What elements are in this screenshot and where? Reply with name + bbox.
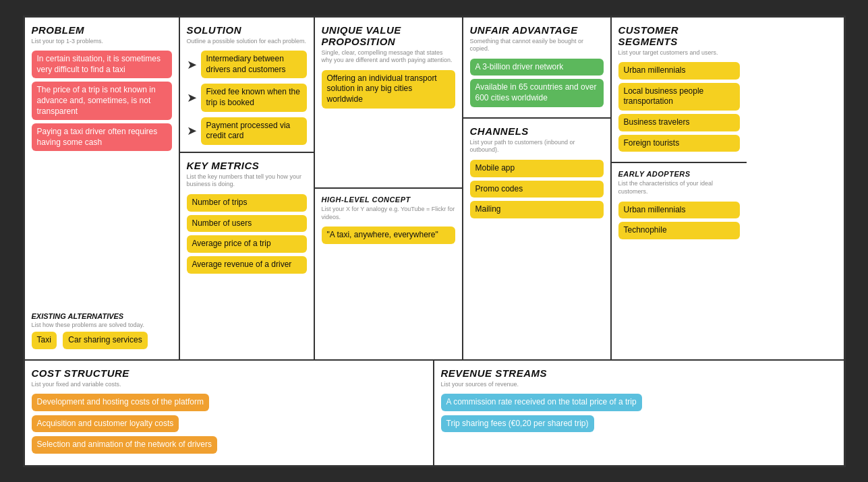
existing-alternatives: EXISTING ALTERNATIVES List how these pro… xyxy=(32,305,172,353)
cost-item-2: Acquisition and customer loyalty costs xyxy=(32,415,179,433)
cs-item-2: Local business people transportation xyxy=(618,83,740,111)
solution-km-column: SOLUTION Outline a possible solution for… xyxy=(180,18,315,359)
problem-title: PROBLEM xyxy=(32,24,172,36)
solution-items: ➤ Intermediary between drivers and custo… xyxy=(187,51,307,145)
cost-structure-title: COST STRUCTURE xyxy=(32,367,426,379)
high-level-text: "A taxi, anywhere, everywhere" xyxy=(322,227,455,244)
unfair-advantage-section: UNFAIR ADVANTAGE Something that cannot e… xyxy=(463,18,610,119)
cost-item-3: Selection and animation of the network o… xyxy=(32,436,217,454)
alt-car-sharing: Car sharing services xyxy=(63,332,147,349)
solution-item-2: Fixed fee known when the trip is booked xyxy=(201,84,307,111)
solution-item-3: Payment processed via credit card xyxy=(201,117,307,145)
arrow-icon-3: ➤ xyxy=(187,123,197,138)
uvp-subtitle: Single, clear, compelling message that s… xyxy=(322,49,455,65)
km-item-3: Average price of a trip xyxy=(187,235,307,253)
channels-section: CHANNELS List your path to customers (in… xyxy=(463,119,610,229)
solution-subtitle: Outline a possible solution for each pro… xyxy=(187,38,307,46)
km-item-2: Number of users xyxy=(187,215,307,233)
uvp-top: UNIQUE VALUE PROPOSITION Single, clear, … xyxy=(315,18,462,189)
ua-channels-section: UNFAIR ADVANTAGE Something that cannot e… xyxy=(463,18,612,359)
key-metrics-section: KEY METRICS List the key numbers that te… xyxy=(180,153,314,284)
cs-title: CUSTOMER SEGMENTS xyxy=(618,24,740,47)
revenue-item-1: A commission rate received on the total … xyxy=(441,394,642,411)
km-item-4: Average revenue of a driver xyxy=(187,256,307,274)
channel-item-3: Mailing xyxy=(470,201,604,218)
problem-section: PROBLEM List your top 1-3 problems. In c… xyxy=(25,18,180,359)
arrow-icon-1: ➤ xyxy=(187,57,197,72)
key-metrics-subtitle: List the key numbers that tell you how y… xyxy=(187,173,307,189)
uvp-section: UNIQUE VALUE PROPOSITION Single, clear, … xyxy=(315,18,463,359)
customer-section: CUSTOMER SEGMENTS List your target custo… xyxy=(612,18,747,359)
uvp-bottom: HIGH-LEVEL CONCEPT List your X for Y ana… xyxy=(315,189,462,359)
arrow-icon-2: ➤ xyxy=(187,90,197,105)
uvp-main-text: Offering an individual transport solutio… xyxy=(322,70,455,109)
problem-subtitle: List your top 1-3 problems. xyxy=(32,38,172,46)
cs-item-1: Urban millennials xyxy=(618,62,740,80)
channels-subtitle: List your path to customers (inbound or … xyxy=(470,139,604,154)
bottom-section: COST STRUCTURE List your fixed and varia… xyxy=(25,361,844,465)
high-level-title: HIGH-LEVEL CONCEPT xyxy=(322,195,455,204)
key-metrics-title: KEY METRICS xyxy=(187,160,307,171)
revenue-title: REVENUE STREAMS xyxy=(441,367,837,379)
alt-taxi: Taxi xyxy=(32,332,57,349)
solution-section: SOLUTION Outline a possible solution for… xyxy=(180,18,314,153)
ua-item-2: Available in 65 countries and over 600 c… xyxy=(470,79,604,107)
km-item-1: Number of trips xyxy=(187,194,307,212)
high-level-subtitle: List your X for Y analogy e.g. YouTube =… xyxy=(322,206,455,221)
ea-title: EARLY ADOPTERS xyxy=(618,170,740,178)
solution-row-1: ➤ Intermediary between drivers and custo… xyxy=(187,51,307,78)
solution-row-3: ➤ Payment processed via credit card xyxy=(187,117,307,145)
ea-item-1: Urban millennials xyxy=(618,202,740,219)
revenue-item-2: Trip sharing fees (€0,20 per shared trip… xyxy=(441,415,594,433)
uvp-title: UNIQUE VALUE PROPOSITION xyxy=(322,24,455,47)
cs-item-4: Foreign tourists xyxy=(618,135,740,152)
problem-item-2: The price of a trip is not known in adva… xyxy=(32,82,172,120)
customer-segments-section: CUSTOMER SEGMENTS List your target custo… xyxy=(612,18,747,164)
solution-title: SOLUTION xyxy=(187,24,307,36)
cs-subtitle: List your target customers and users. xyxy=(618,49,740,57)
early-adopters-section: EARLY ADOPTERS List the characteristics … xyxy=(612,163,747,249)
revenue-subtitle: List your sources of revenue. xyxy=(441,381,837,389)
solution-item-1: Intermediary between drivers and custome… xyxy=(201,51,307,78)
lean-canvas: PROBLEM List your top 1-3 problems. In c… xyxy=(23,16,846,467)
ua-item-1: A 3-billion driver network xyxy=(470,59,604,76)
ua-title: UNFAIR ADVANTAGE xyxy=(470,24,604,36)
ua-subtitle: Something that cannot easily be bought o… xyxy=(470,38,604,53)
problem-item-3: Paying a taxi driver often requires havi… xyxy=(32,123,172,151)
channels-title: CHANNELS xyxy=(470,125,604,137)
solution-row-2: ➤ Fixed fee known when the trip is booke… xyxy=(187,84,307,111)
existing-alt-title: EXISTING ALTERNATIVES xyxy=(32,312,172,320)
ea-subtitle: List the characteristics of your ideal c… xyxy=(618,180,740,195)
existing-alt-subtitle: List how these problems are solved today… xyxy=(32,322,172,328)
cost-structure-subtitle: List your fixed and variable costs. xyxy=(32,381,426,389)
channel-item-1: Mobile app xyxy=(470,160,604,177)
cost-item-1: Development and hosting costs of the pla… xyxy=(32,394,209,411)
cs-item-3: Business travelers xyxy=(618,114,740,131)
problem-item-1: In certain situation, it is sometimes ve… xyxy=(32,51,172,78)
revenue-streams-section: REVENUE STREAMS List your sources of rev… xyxy=(434,361,844,465)
cost-structure-section: COST STRUCTURE List your fixed and varia… xyxy=(25,361,434,465)
channel-item-2: Promo codes xyxy=(470,181,604,198)
ea-item-2: Technophile xyxy=(618,222,740,239)
